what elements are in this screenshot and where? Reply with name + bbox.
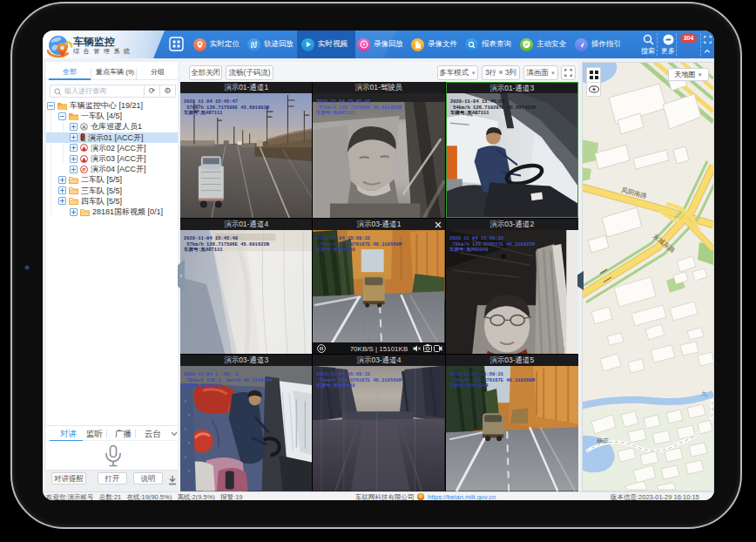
svg-text:九: 九: [701, 390, 707, 396]
svg-text:杨庄: 杨庄: [596, 437, 609, 444]
